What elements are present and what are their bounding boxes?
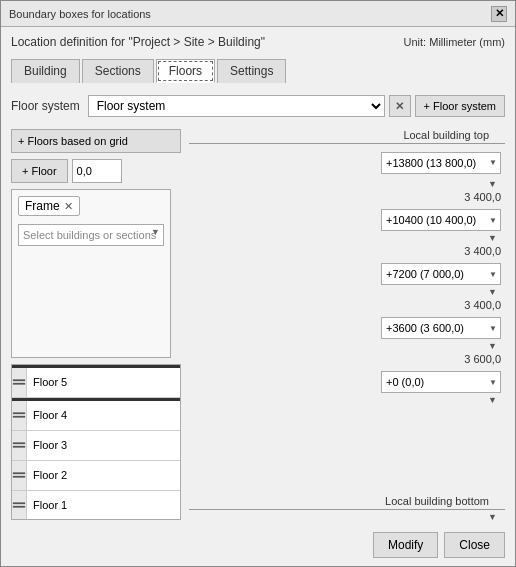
floor-4-elev-select[interactable]: +10400 (10 400,0): [381, 209, 501, 231]
floor-3-height-row: 3 400,0: [189, 241, 505, 261]
floor-4-icon: [12, 401, 27, 430]
arrow-4: ▼: [189, 233, 505, 241]
tab-bar: Building Sections Floors Settings: [11, 59, 505, 83]
modify-button[interactable]: Modify: [373, 532, 438, 558]
tab-building[interactable]: Building: [11, 59, 80, 83]
floor-2-elev-row: +3600 (3 600,0): [189, 315, 505, 341]
svg-rect-3: [13, 416, 25, 418]
floor-2-row: ✕: [12, 461, 180, 491]
down-arrow-5: ▼: [488, 179, 497, 187]
right-panel: Local building top +13800 (13 800,0) ▼ 3…: [189, 129, 505, 520]
tab-sections[interactable]: Sections: [82, 59, 154, 83]
close-button-action[interactable]: Close: [444, 532, 505, 558]
bottom-buttons: Modify Close: [11, 532, 505, 558]
floor-4-input[interactable]: [27, 409, 177, 421]
floor-5-remove[interactable]: ✕: [177, 376, 181, 389]
add-floor-system-button[interactable]: + Floor system: [415, 95, 505, 117]
floor-1-icon: [12, 491, 27, 520]
arrow-bottom: ▼: [189, 512, 505, 520]
svg-rect-6: [13, 472, 25, 474]
floor-1-elev-row: +0 (0,0): [189, 369, 505, 395]
floor-icon-svg: [12, 375, 26, 389]
arrow-2: ▼: [189, 341, 505, 349]
floor-5-input[interactable]: [27, 376, 177, 388]
down-arrow-4: ▼: [488, 233, 497, 241]
svg-rect-5: [13, 446, 25, 448]
down-arrow-3: ▼: [488, 287, 497, 295]
floor-3-height: 3 400,0: [464, 245, 501, 257]
floor-5-elev-row: +13800 (13 800,0): [189, 146, 505, 179]
floor-5-icon: [12, 368, 27, 397]
down-arrow-bottom: ▼: [488, 512, 497, 520]
svg-rect-2: [13, 412, 25, 414]
frame-tag: Frame ✕: [18, 196, 80, 216]
tab-floors[interactable]: Floors: [156, 59, 215, 83]
arrow-3: ▼: [189, 287, 505, 295]
title-bar: Boundary boxes for locations ✕: [1, 1, 515, 27]
floor-4-elev-wrap: +10400 (10 400,0): [381, 209, 501, 231]
floor-value-input[interactable]: [72, 159, 122, 183]
window-title: Boundary boxes for locations: [9, 8, 151, 20]
floor-4-remove[interactable]: ✕: [177, 409, 181, 422]
floor-4-height: 3 400,0: [464, 191, 501, 203]
floor-1-remove[interactable]: ✕: [177, 499, 181, 512]
floor-3-input[interactable]: [27, 439, 177, 451]
svg-rect-8: [13, 502, 25, 504]
close-button[interactable]: ✕: [491, 6, 507, 22]
frame-tag-label: Frame: [25, 199, 60, 213]
floor-1-input[interactable]: [27, 499, 177, 511]
frame-dropdown-wrapper: Select buildings or sections to apply th…: [18, 224, 164, 246]
floor-2-elev-wrap: +3600 (3 600,0): [381, 317, 501, 339]
frame-tag-remove[interactable]: ✕: [64, 200, 73, 213]
svg-rect-4: [13, 442, 25, 444]
floors-list-left: ✕ ✕ ✕: [11, 364, 181, 521]
floor-1-height: 3 600,0: [464, 353, 501, 365]
arrow-5: ▼: [189, 179, 505, 187]
floors-based-on-grid-button[interactable]: + Floors based on grid: [11, 129, 181, 153]
floor-system-select[interactable]: Floor system: [88, 95, 385, 117]
floor-system-label: Floor system: [11, 99, 80, 113]
content-area: Location definition for "Project > Site …: [1, 27, 515, 566]
floor-1-height-row: 3 600,0: [189, 349, 505, 369]
floor-5-row: ✕: [12, 368, 180, 398]
svg-rect-9: [13, 506, 25, 508]
floor-5-elev-wrap: +13800 (13 800,0): [381, 152, 501, 174]
tab-settings[interactable]: Settings: [217, 59, 286, 83]
floor-icon-svg-2: [12, 468, 26, 482]
svg-rect-1: [13, 383, 25, 385]
unit-label: Unit: Millimeter (mm): [404, 36, 505, 48]
floor-5-elev-select[interactable]: +13800 (13 800,0): [381, 152, 501, 174]
floor-1-row: ✕: [12, 491, 180, 521]
local-bottom-label: Local building bottom: [189, 495, 505, 507]
frame-section: Frame ✕ Select buildings or sections to …: [11, 189, 171, 358]
basement-space: [189, 403, 505, 493]
down-arrow-2: ▼: [488, 341, 497, 349]
floor-2-remove[interactable]: ✕: [177, 469, 181, 482]
floor-3-row: ✕: [12, 431, 180, 461]
svg-rect-0: [13, 379, 25, 381]
floor-3-remove[interactable]: ✕: [177, 439, 181, 452]
frame-dropdown[interactable]: Select buildings or sections to apply th…: [18, 224, 164, 246]
clear-floor-system-button[interactable]: ✕: [389, 95, 411, 117]
floor-4-row: ✕: [12, 401, 180, 431]
floor-2-height-row: 3 400,0: [189, 295, 505, 315]
floor-2-icon: [12, 461, 27, 490]
floor-icon-svg-1: [12, 498, 26, 512]
floor-system-row: Floor system Floor system ✕ + Floor syst…: [11, 95, 505, 117]
floor-2-elev-select[interactable]: +3600 (3 600,0): [381, 317, 501, 339]
floor-3-elev-wrap: +7200 (7 000,0): [381, 263, 501, 285]
floor-2-input[interactable]: [27, 469, 177, 481]
location-header: Location definition for "Project > Site …: [11, 35, 505, 49]
floor-1-elev-select[interactable]: +0 (0,0): [381, 371, 501, 393]
main-window: Boundary boxes for locations ✕ Location …: [0, 0, 516, 567]
floor-icon-svg-4: [12, 408, 26, 422]
floor-1-elev-wrap: +0 (0,0): [381, 371, 501, 393]
add-floor-button[interactable]: + Floor: [11, 159, 68, 183]
location-title: Location definition for "Project > Site …: [11, 35, 265, 49]
local-top-label: Local building top: [189, 129, 505, 141]
separator-bottom: [189, 509, 505, 510]
floor-2-height: 3 400,0: [464, 299, 501, 311]
arrow-1: ▼: [189, 395, 505, 403]
floor-3-elev-select[interactable]: +7200 (7 000,0): [381, 263, 501, 285]
floor-4-height-row: 3 400,0: [189, 187, 505, 207]
